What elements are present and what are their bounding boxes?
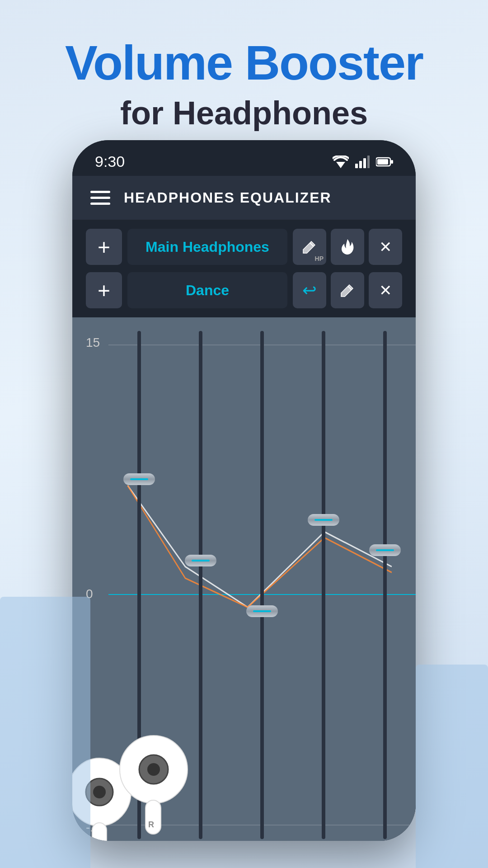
phone-mockup: 9:30 [72,140,416,841]
svg-point-12 [93,786,106,798]
slider-3khz[interactable] [308,514,339,526]
building-left [0,597,90,868]
slider-14khz[interactable] [369,544,401,556]
svg-rect-13 [92,823,107,841]
preset-row-2: + Dance ↩ [86,272,402,308]
svg-marker-0 [336,162,345,168]
svg-rect-2 [359,161,362,168]
svg-rect-6 [377,159,388,165]
svg-rect-3 [363,158,366,168]
hamburger-line-2 [90,197,110,199]
preset-2-name-area[interactable]: Dance [127,272,287,308]
svg-text:R: R [148,820,154,829]
battery-icon [376,157,393,167]
slider-230hz[interactable] [185,555,216,566]
edit-hp-button[interactable]: HP [293,229,326,265]
boost-button[interactable] [331,229,364,265]
preset-2-actions: ↩ ✕ [293,272,402,308]
app-content: + Main Headphones HP [72,220,416,841]
menu-button[interactable] [90,191,110,205]
preset-1-name-area[interactable]: Main Headphones [127,229,287,265]
preset-2-name: Dance [186,282,229,299]
title-area: Volume Booster for Headphones [0,0,488,150]
close-preset-1-button[interactable]: ✕ [369,229,402,265]
status-icons [333,156,393,168]
svg-rect-7 [391,160,393,164]
flame-icon [341,238,354,255]
add-icon-1: + [98,235,110,259]
signal-icon [355,156,370,168]
preset-row-1: + Main Headphones HP [86,229,402,265]
status-time: 9:30 [95,153,125,170]
app-header: HEADPHONES EQUALIZER [72,176,416,220]
app-header-title: HEADPHONES EQUALIZER [124,189,332,206]
pencil-icon [340,283,355,297]
eq-label-15: 15 [86,335,100,350]
add-icon-2: + [98,278,110,303]
building-right [416,665,488,868]
undo-button[interactable]: ↩ [293,272,326,308]
add-preset-2-button[interactable]: + [86,272,122,308]
equalizer-area: 15 0 -15 [72,317,416,841]
close-icon-2: ✕ [379,281,392,299]
hp-badge: HP [315,255,324,262]
hamburger-line-3 [90,203,110,205]
presets-area: + Main Headphones HP [72,220,416,317]
wifi-icon [333,156,349,168]
app-title-main: Volume Booster [0,36,488,90]
undo-icon: ↩ [302,280,317,300]
status-bar: 9:30 [72,140,416,176]
airpods-art: L R [72,688,217,841]
close-preset-2-button[interactable]: ✕ [369,272,402,308]
phone-body: 9:30 [72,140,416,841]
preset-1-name: Main Headphones [145,239,269,255]
slider-910hz[interactable] [246,605,278,617]
edit-preset-2-button[interactable] [331,272,364,308]
airpods-svg: L R [72,688,217,841]
slider-60hz[interactable] [123,473,155,485]
hamburger-line-1 [90,191,110,193]
close-icon-1: ✕ [379,238,392,256]
svg-point-17 [147,763,160,776]
pencil-hp-icon [302,240,317,254]
svg-rect-1 [355,164,358,168]
svg-rect-4 [367,156,370,168]
add-preset-1-button[interactable]: + [86,229,122,265]
preset-1-actions: HP ✕ [293,229,402,265]
app-title-sub: for Headphones [0,94,488,132]
